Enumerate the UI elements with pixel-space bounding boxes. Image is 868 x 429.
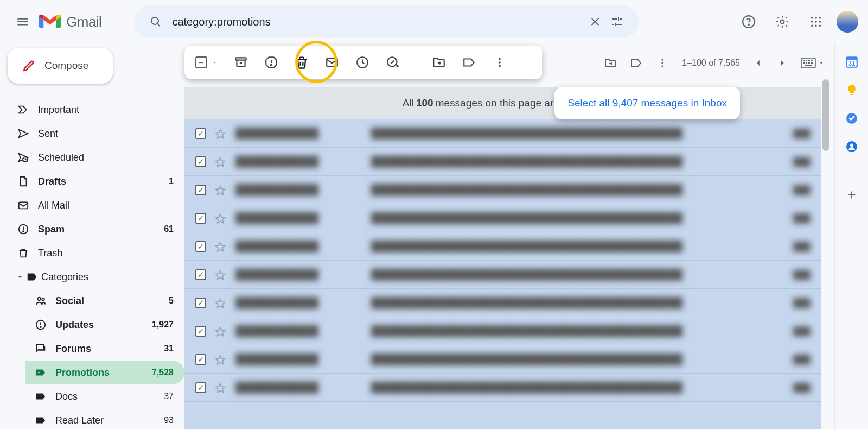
input-tool-button[interactable] [801, 58, 825, 68]
search-button[interactable] [145, 11, 167, 33]
newer-button[interactable] [748, 52, 769, 74]
star-icon[interactable] [215, 269, 226, 280]
star-icon[interactable] [215, 185, 226, 195]
search-options-button[interactable] [606, 11, 628, 33]
account-avatar[interactable] [837, 11, 858, 33]
main-menu-button[interactable] [10, 9, 36, 35]
label-button[interactable] [624, 51, 648, 75]
mail-checkbox[interactable] [195, 326, 206, 337]
mail-checkbox[interactable] [195, 156, 206, 167]
selection-banner-count: 100 [416, 97, 433, 109]
star-icon[interactable] [215, 241, 226, 252]
tasks-app-button[interactable] [844, 111, 859, 126]
select-all-conversations-link[interactable]: Select all 9,407 messages in Inbox [567, 97, 727, 109]
gmail-logo[interactable]: Gmail [39, 14, 101, 30]
delete-button[interactable] [290, 51, 314, 74]
mail-row[interactable]: ████████████ ███████████████████████████… [184, 317, 821, 345]
scrollbar[interactable] [822, 79, 829, 151]
sidebar-item-all-mail[interactable]: All Mail [8, 193, 184, 217]
google-apps-button[interactable] [803, 9, 829, 35]
mail-row[interactable]: ████████████ ███████████████████████████… [184, 232, 821, 261]
tune-icon [610, 15, 623, 28]
snooze-button[interactable] [350, 51, 374, 74]
sidebar-category-forums[interactable]: Forums 31 [25, 337, 184, 361]
mail-time: ███ [762, 383, 810, 392]
sidebar-item-important[interactable]: Important [8, 98, 184, 122]
archive-button[interactable] [229, 51, 253, 74]
mail-checkbox[interactable] [195, 382, 206, 393]
mail-row[interactable]: ████████████ ███████████████████████████… [184, 119, 821, 148]
mail-row[interactable]: ████████████ ███████████████████████████… [184, 261, 821, 289]
svg-point-26 [40, 326, 41, 327]
keep-app-button[interactable] [844, 83, 859, 98]
mail-checkbox[interactable] [195, 213, 206, 224]
calendar-app-button[interactable]: 31 [844, 54, 859, 70]
compose-button[interactable]: Compose [8, 48, 113, 84]
mail-row[interactable]: ████████████ ███████████████████████████… [184, 374, 821, 402]
mark-unread-button[interactable] [320, 51, 344, 74]
minus-icon [197, 59, 205, 66]
support-button[interactable] [736, 9, 762, 35]
star-icon[interactable] [215, 298, 226, 308]
mail-checkbox[interactable] [195, 128, 206, 139]
mail-row[interactable]: ████████████ ███████████████████████████… [184, 345, 821, 374]
updates-icon [35, 319, 55, 331]
sidebar-item-sent[interactable]: Sent [8, 122, 184, 146]
labels-button[interactable] [457, 51, 481, 74]
report-spam-button[interactable] [259, 51, 283, 74]
select-all-checkbox[interactable] [195, 56, 207, 68]
select-dropdown-caret[interactable] [212, 59, 218, 66]
mail-row[interactable]: ████████████ ███████████████████████████… [184, 204, 821, 232]
get-addons-button[interactable] [844, 187, 859, 203]
svg-point-43 [662, 59, 663, 61]
more-button[interactable] [488, 51, 512, 74]
sidebar-category-social[interactable]: Social 5 [25, 289, 184, 313]
apps-grid-icon [810, 16, 822, 28]
categories-header[interactable]: Categories [8, 265, 184, 289]
sidebar-item-count: 93 [164, 415, 174, 425]
mail-subject: ████████████████████████████████████████… [371, 184, 762, 195]
sidebar-category-docs[interactable]: Docs 37 [25, 384, 184, 408]
mail-row[interactable]: ████████████ ███████████████████████████… [184, 289, 821, 317]
sidebar-item-spam[interactable]: Spam 61 [8, 217, 184, 241]
mail-checkbox[interactable] [195, 354, 206, 365]
contacts-app-button[interactable] [844, 139, 859, 154]
mail-sender: ████████████ [235, 128, 371, 139]
star-icon[interactable] [215, 382, 226, 393]
svg-rect-49 [808, 60, 810, 61]
more-actions-button[interactable] [650, 51, 674, 75]
sidebar-category-updates[interactable]: Updates 1,927 [25, 313, 184, 337]
clear-search-button[interactable] [584, 11, 606, 33]
star-icon[interactable] [215, 156, 226, 167]
star-icon[interactable] [215, 213, 226, 224]
star-icon[interactable] [215, 354, 226, 365]
search-input[interactable] [167, 16, 584, 28]
move-to-inbox-button[interactable] [598, 51, 622, 75]
mail-checkbox[interactable] [195, 185, 206, 195]
mail-checkbox[interactable] [195, 269, 206, 280]
svg-point-44 [662, 62, 663, 64]
mail-checkbox[interactable] [195, 241, 206, 252]
sidebar-item-label: Read Later [55, 415, 104, 426]
mail-time: ███ [762, 185, 810, 194]
mail-sender: ████████████ [235, 184, 371, 195]
add-to-tasks-button[interactable] [381, 51, 405, 74]
star-icon[interactable] [215, 326, 226, 337]
sidebar-item-label: Promotions [55, 367, 110, 378]
older-button[interactable] [771, 52, 793, 74]
svg-point-0 [151, 17, 158, 24]
sidebar-item-drafts[interactable]: Drafts 1 [8, 169, 184, 193]
svg-point-27 [38, 372, 40, 374]
sidebar-item-scheduled[interactable]: Scheduled [8, 146, 184, 169]
sidebar-item-trash[interactable]: Trash [8, 241, 184, 265]
mail-row[interactable]: ████████████ ███████████████████████████… [184, 176, 821, 204]
mail-sender: ████████████ [235, 156, 371, 167]
move-to-button[interactable] [427, 51, 451, 74]
sidebar-category-promotions[interactable]: Promotions 7,528 [25, 361, 184, 384]
svg-point-9 [819, 17, 821, 19]
sidebar-category-read-later[interactable]: Read Later 93 [25, 408, 184, 429]
star-icon[interactable] [215, 128, 226, 139]
mail-row[interactable]: ████████████ ███████████████████████████… [184, 148, 821, 176]
mail-checkbox[interactable] [195, 298, 206, 308]
settings-button[interactable] [769, 9, 795, 35]
